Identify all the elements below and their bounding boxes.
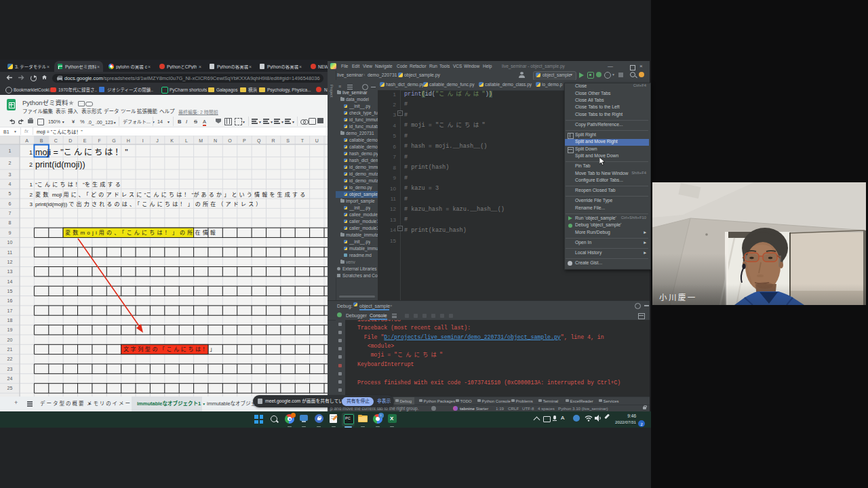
- svg-text:文字列型の「こんにちは！」: 文字列型の「こんにちは！」: [123, 346, 217, 352]
- svg-text:14: 14: [7, 279, 13, 284]
- svg-text:moji = "こんにちは！": moji = "こんにちは！": [35, 148, 128, 157]
- svg-text:15: 15: [7, 289, 13, 293]
- svg-text:9: 9: [9, 230, 12, 235]
- svg-text:1: 1: [29, 149, 33, 156]
- svg-text:print(id(moji)) で出力されるのは、「こんにち: print(id(moji)) で出力されるのは、「こんにちは！」の所在（アドレ…: [35, 201, 264, 207]
- svg-text:変数 moji 用に、「どのアドレスに"こんにちは！"がある: 変数 moji 用に、「どのアドレスに"こんにちは！"があるか」という情報を生成…: [35, 191, 307, 198]
- svg-text:S: S: [286, 138, 290, 143]
- svg-text:3: 3: [30, 201, 33, 207]
- svg-text:1: 1: [9, 148, 12, 153]
- svg-text:I: I: [142, 138, 144, 143]
- svg-text:U: U: [315, 138, 319, 143]
- svg-text:J: J: [156, 138, 159, 143]
- svg-text:A: A: [25, 138, 28, 143]
- svg-text:22: 22: [7, 357, 13, 361]
- svg-text:5: 5: [9, 191, 12, 196]
- svg-text:H: H: [127, 138, 130, 143]
- svg-text:18: 18: [7, 318, 13, 323]
- svg-text:P: P: [243, 138, 246, 143]
- svg-text:F: F: [98, 138, 100, 143]
- svg-text:12: 12: [7, 260, 13, 264]
- svg-text:16: 16: [7, 298, 13, 303]
- svg-text:2: 2: [9, 161, 12, 165]
- svg-text:20: 20: [7, 338, 13, 342]
- svg-text:24: 24: [7, 376, 13, 381]
- svg-text:T: T: [301, 138, 304, 143]
- svg-text:10: 10: [7, 240, 13, 245]
- svg-text:L: L: [185, 138, 188, 143]
- svg-text:M: M: [199, 138, 203, 143]
- svg-text:3: 3: [9, 172, 12, 177]
- svg-text:C: C: [54, 138, 58, 143]
- svg-text:25: 25: [7, 386, 13, 390]
- svg-text:"こんにちは！"を生成する: "こんにちは！"を生成する: [35, 181, 123, 188]
- svg-text:O: O: [228, 138, 232, 143]
- svg-text:N: N: [214, 138, 217, 143]
- svg-text:13: 13: [7, 269, 13, 274]
- svg-text:23: 23: [7, 367, 13, 371]
- svg-text:11: 11: [7, 250, 12, 255]
- svg-text:R: R: [272, 138, 275, 143]
- svg-text:6: 6: [9, 201, 12, 206]
- svg-text:G: G: [112, 138, 115, 143]
- svg-text:print(id(moji)): print(id(moji)): [35, 160, 85, 169]
- svg-text:変数moji用の、「こんにちは！」の所在情報: 変数moji用の、「こんにちは！」の所在情報: [65, 229, 218, 236]
- svg-text:21: 21: [7, 347, 13, 352]
- svg-text:17: 17: [7, 308, 13, 313]
- svg-text:7: 7: [9, 211, 12, 216]
- svg-text:B: B: [40, 138, 43, 143]
- svg-text:K: K: [170, 138, 174, 143]
- svg-text:4: 4: [9, 182, 12, 186]
- svg-text:8: 8: [9, 220, 12, 225]
- svg-text:19: 19: [7, 327, 13, 332]
- svg-text:1: 1: [30, 182, 33, 188]
- svg-text:Q: Q: [257, 138, 261, 144]
- svg-text:2: 2: [30, 192, 33, 198]
- svg-text:2: 2: [29, 161, 33, 168]
- svg-text:D: D: [68, 138, 72, 143]
- svg-text:小川慶一: 小川慶一: [659, 293, 697, 302]
- svg-text:E: E: [83, 138, 87, 143]
